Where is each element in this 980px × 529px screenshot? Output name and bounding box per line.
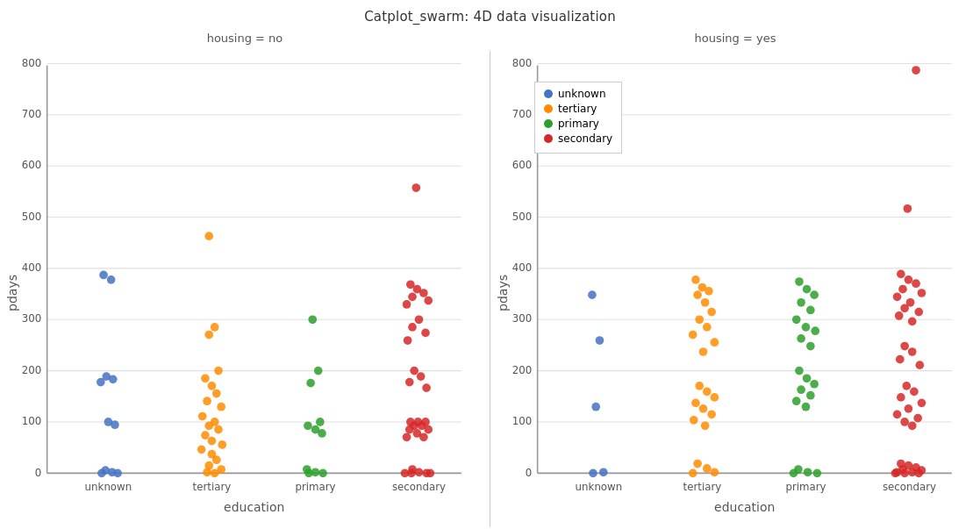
svg-point-135 bbox=[705, 287, 713, 296]
svg-point-144 bbox=[695, 382, 704, 390]
svg-point-183 bbox=[918, 289, 926, 297]
svg-point-94 bbox=[403, 432, 411, 441]
svg-point-169 bbox=[797, 385, 805, 394]
svg-point-53 bbox=[197, 445, 206, 454]
svg-point-198 bbox=[905, 404, 913, 413]
svg-point-71 bbox=[411, 183, 420, 192]
svg-point-174 bbox=[804, 468, 812, 476]
svg-point-30 bbox=[97, 378, 105, 387]
svg-point-79 bbox=[408, 323, 417, 332]
svg-point-43 bbox=[212, 390, 221, 398]
svg-point-199 bbox=[893, 410, 902, 418]
svg-text:500: 500 bbox=[512, 211, 532, 223]
svg-point-75 bbox=[408, 292, 417, 301]
svg-point-92 bbox=[424, 425, 433, 434]
svg-point-178 bbox=[904, 204, 912, 213]
svg-point-48 bbox=[204, 421, 213, 430]
svg-point-158 bbox=[810, 290, 819, 299]
svg-point-49 bbox=[214, 425, 223, 434]
svg-point-163 bbox=[811, 326, 819, 335]
svg-point-180 bbox=[905, 275, 913, 284]
svg-point-74 bbox=[419, 289, 428, 297]
svg-point-37 bbox=[204, 232, 213, 240]
svg-point-162 bbox=[802, 323, 811, 332]
svg-point-41 bbox=[201, 374, 210, 382]
svg-point-201 bbox=[900, 418, 909, 426]
svg-text:600: 600 bbox=[22, 159, 41, 171]
svg-point-202 bbox=[908, 421, 917, 430]
svg-point-46 bbox=[198, 412, 207, 421]
svg-point-200 bbox=[913, 414, 922, 423]
svg-text:400: 400 bbox=[22, 261, 41, 274]
svg-point-100 bbox=[426, 468, 435, 477]
svg-point-44 bbox=[203, 397, 211, 405]
svg-text:education: education bbox=[714, 500, 775, 514]
svg-point-45 bbox=[217, 403, 225, 411]
svg-text:800: 800 bbox=[512, 57, 532, 69]
svg-point-52 bbox=[218, 440, 226, 449]
svg-point-155 bbox=[689, 468, 697, 477]
svg-point-63 bbox=[316, 418, 325, 426]
svg-text:pdays: pdays bbox=[5, 275, 19, 311]
svg-point-212 bbox=[891, 468, 900, 477]
svg-point-84 bbox=[405, 378, 414, 387]
svg-point-42 bbox=[208, 382, 217, 390]
svg-text:0: 0 bbox=[35, 467, 42, 479]
svg-point-29 bbox=[109, 375, 118, 383]
right-panel-title: housing = yes bbox=[695, 32, 776, 45]
svg-text:700: 700 bbox=[22, 108, 41, 120]
svg-text:0: 0 bbox=[526, 467, 533, 479]
svg-point-77 bbox=[403, 300, 411, 309]
svg-point-170 bbox=[806, 391, 815, 400]
svg-text:tertiary: tertiary bbox=[193, 481, 232, 493]
svg-point-95 bbox=[419, 432, 428, 441]
svg-text:unknown: unknown bbox=[85, 481, 132, 493]
svg-point-149 bbox=[707, 410, 716, 418]
svg-point-81 bbox=[404, 336, 412, 345]
svg-point-152 bbox=[693, 460, 702, 468]
legend-item-tertiary: tertiary bbox=[544, 103, 612, 115]
svg-point-137 bbox=[701, 298, 710, 307]
svg-point-211 bbox=[914, 468, 923, 477]
svg-point-190 bbox=[900, 342, 909, 351]
legend-item-secondary: secondary bbox=[544, 132, 612, 145]
svg-point-188 bbox=[895, 311, 904, 320]
svg-point-145 bbox=[703, 388, 712, 397]
chart-title: Catplot_swarm: 4D data visualization bbox=[0, 0, 980, 25]
svg-point-38 bbox=[211, 323, 219, 332]
svg-point-164 bbox=[797, 334, 805, 343]
legend-dot-unknown bbox=[544, 89, 553, 98]
svg-point-147 bbox=[691, 399, 700, 408]
svg-point-175 bbox=[813, 468, 822, 477]
svg-point-193 bbox=[915, 361, 924, 369]
svg-text:600: 600 bbox=[512, 159, 532, 171]
svg-point-160 bbox=[806, 306, 815, 315]
svg-point-133 bbox=[691, 275, 700, 284]
svg-point-128 bbox=[588, 290, 597, 299]
svg-point-153 bbox=[703, 464, 712, 473]
svg-point-166 bbox=[795, 367, 804, 375]
svg-point-168 bbox=[810, 380, 819, 389]
right-panel: housing = yes unknown tertiary primary bbox=[490, 25, 980, 527]
svg-point-156 bbox=[795, 277, 804, 286]
svg-point-143 bbox=[699, 347, 708, 356]
svg-point-27 bbox=[107, 275, 116, 284]
svg-text:pdays: pdays bbox=[496, 275, 510, 311]
svg-point-197 bbox=[918, 399, 926, 408]
svg-point-60 bbox=[308, 315, 317, 324]
svg-point-182 bbox=[898, 285, 907, 294]
svg-point-61 bbox=[314, 367, 323, 375]
legend-dot-primary bbox=[544, 119, 553, 128]
svg-point-97 bbox=[415, 468, 424, 476]
svg-point-172 bbox=[802, 403, 811, 411]
legend-label-primary: primary bbox=[558, 118, 599, 130]
svg-text:300: 300 bbox=[22, 312, 41, 325]
svg-point-167 bbox=[803, 374, 812, 382]
svg-text:100: 100 bbox=[512, 415, 532, 427]
svg-point-83 bbox=[417, 372, 426, 381]
svg-point-138 bbox=[707, 308, 716, 317]
chart-container: Catplot_swarm: 4D data visualization hou… bbox=[0, 0, 980, 529]
svg-point-64 bbox=[304, 421, 312, 430]
left-plot-inner: pdays bbox=[0, 46, 490, 529]
svg-point-210 bbox=[900, 468, 909, 477]
